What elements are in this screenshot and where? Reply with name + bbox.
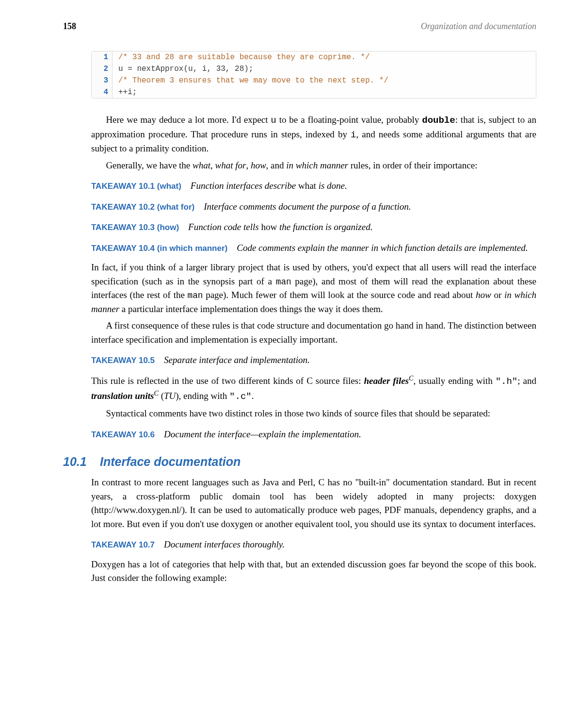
page: 158 Organization and documentation 1 /* …	[0, 0, 580, 617]
code-text: u = nextApprox(u, i, 33, 28);	[118, 65, 253, 73]
section-heading: 10.1 Interface documentation	[63, 455, 536, 469]
body-text: In contrast to more recent languages suc…	[91, 476, 536, 531]
term-headerfiles: header files	[364, 376, 409, 386]
code-line: 2 u = nextApprox(u, i, 33, 28);	[92, 63, 536, 75]
takeaway-text: Document the interface—explain the imple…	[164, 429, 361, 439]
code-line: 3 /* Theorem 3 ensures that we may move …	[92, 75, 536, 86]
takeaway-text: Interface comments document the purpose …	[204, 201, 411, 212]
takeaway-text: Document interfaces thoroughly.	[164, 539, 285, 549]
line-number: 4	[92, 86, 113, 98]
takeaway: TAKEAWAY 10.6 Document the interface—exp…	[91, 428, 536, 442]
inline-keyword: double	[422, 115, 455, 126]
inline-code: u	[271, 115, 276, 126]
takeaway: TAKEAWAY 10.7 Document interfaces thorou…	[91, 538, 536, 552]
takeaway-label: TAKEAWAY 10.3 (how)	[91, 223, 179, 232]
code-listing: 1 /* 33 and 28 are suitable because they…	[91, 51, 536, 99]
page-number: 158	[63, 21, 76, 32]
paragraph: Syntactical comments have two distinct r…	[91, 407, 536, 421]
paragraph: A first consequence of these rules is th…	[91, 319, 536, 347]
paragraph: Here we may deduce a lot more. I'd expec…	[91, 113, 536, 156]
running-header: 158 Organization and documentation	[63, 21, 536, 32]
superscript-c: C	[154, 389, 159, 397]
takeaway-label: TAKEAWAY 10.6	[91, 430, 155, 439]
inline-code: man	[276, 277, 291, 287]
code-comment: /* 33 and 28 are suitable because they a…	[118, 53, 370, 62]
takeaway: TAKEAWAY 10.5 Separate interface and imp…	[91, 353, 536, 367]
takeaway-label: TAKEAWAY 10.1 (what)	[91, 182, 181, 191]
line-number: 2	[92, 63, 113, 75]
code-comment: /* Theorem 3 ensures that we may move to…	[118, 76, 388, 85]
body-text: Doxygen has a lot of categories that hel…	[91, 558, 536, 585]
paragraph: Doxygen has a lot of categories that hel…	[91, 558, 536, 585]
takeaway-label: TAKEAWAY 10.4 (in which manner)	[91, 244, 227, 253]
takeaway-text: Separate interface and implementation.	[164, 355, 310, 365]
takeaway-label: TAKEAWAY 10.5	[91, 356, 155, 365]
takeaway-text: Function code tells how the function is …	[188, 222, 372, 232]
takeaway-label: TAKEAWAY 10.2 (what for)	[91, 202, 194, 212]
inline-code: ".h"	[496, 376, 518, 387]
takeaway: TAKEAWAY 10.2 (what for) Interface comme…	[91, 200, 536, 214]
code-line: 4 ++i;	[92, 86, 536, 98]
takeaway: TAKEAWAY 10.1 (what) Function interfaces…	[91, 179, 536, 193]
section-number: 10.1	[63, 455, 91, 469]
inline-code: man	[188, 291, 203, 300]
inline-code: i	[351, 130, 356, 140]
takeaway: TAKEAWAY 10.4 (in which manner) Code com…	[91, 241, 536, 255]
takeaway-label: TAKEAWAY 10.7	[91, 540, 155, 549]
paragraph: In fact, if you think of a larger librar…	[91, 261, 536, 316]
body-text: Here we may deduce a lot more. I'd expec…	[91, 113, 536, 172]
paragraph: In contrast to more recent languages suc…	[91, 476, 536, 531]
line-number: 3	[92, 75, 113, 86]
takeaway-text: Code comments explain the manner in whic…	[237, 243, 528, 253]
inline-code: ".c"	[229, 392, 252, 402]
body-text: In fact, if you think of a larger librar…	[91, 261, 536, 347]
chapter-title: Organization and documentation	[421, 21, 536, 32]
code-text: ++i;	[118, 88, 137, 97]
section-title: Interface documentation	[100, 455, 241, 469]
takeaway: TAKEAWAY 10.3 (how) Function code tells …	[91, 220, 536, 234]
paragraph: Generally, we have the what, what for, h…	[91, 159, 536, 173]
superscript-c: C	[409, 374, 414, 382]
code-line: 1 /* 33 and 28 are suitable because they…	[92, 51, 536, 63]
body-text: This rule is reflected in the use of two…	[91, 373, 536, 421]
term-translationunits: translation units	[91, 391, 154, 401]
line-number: 1	[92, 51, 113, 63]
paragraph: This rule is reflected in the use of two…	[91, 373, 536, 404]
takeaway-text: Function interfaces describe what is don…	[191, 181, 347, 191]
